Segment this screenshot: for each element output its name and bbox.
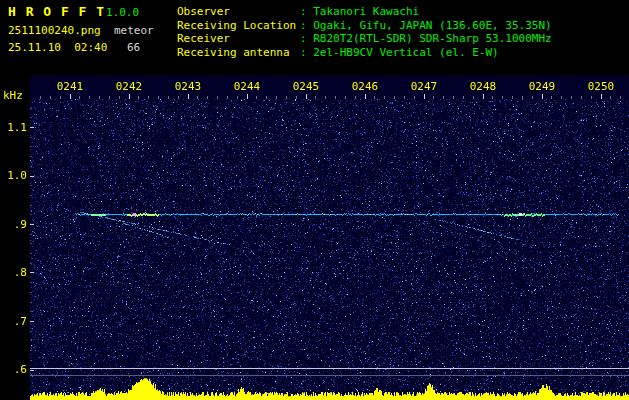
station-info: Observer: Takanori KawachiReceiving Loca…: [177, 5, 552, 59]
station-info-row: Observer: Takanori Kawachi: [177, 5, 552, 19]
freq-tick-label: 1.1: [1, 121, 27, 134]
time-tick-label: 0244: [233, 80, 261, 93]
freq-tick-label: .6: [1, 363, 27, 376]
time-tick-label: 0248: [469, 80, 497, 93]
info-value: : 2el-HB9CV Vertical (el. E-W): [300, 46, 499, 60]
freq-tick-label: .7: [1, 315, 27, 328]
time-tick-label: 0247: [410, 80, 438, 93]
info-label: Receiving antenna: [177, 46, 300, 60]
info-value: : R820T2(RTL-SDR) SDR-Sharp 53.1000MHz: [300, 32, 552, 46]
info-value: : Ogaki, Gifu, JAPAN (136.60E, 35.35N): [300, 19, 552, 33]
freq-tick-label: .9: [1, 218, 27, 231]
time-tick-label: 0245: [292, 80, 320, 93]
info-value: : Takanori Kawachi: [300, 5, 419, 19]
header: H R O F F T 1.0.0 2511100240.png meteor …: [0, 0, 629, 75]
app-title: H R O F F T: [8, 4, 105, 19]
time-tick-label: 0246: [351, 80, 379, 93]
info-label: Receiving Location: [177, 19, 300, 33]
station-info-row: Receiver: R820T2(RTL-SDR) SDR-Sharp 53.1…: [177, 32, 552, 46]
freq-tick-label: .8: [1, 266, 27, 279]
time-tick-label: 0250: [587, 80, 615, 93]
time-tick-label: 0241: [56, 80, 84, 93]
output-filename: 2511100240.png: [8, 24, 101, 37]
station-info-row: Receiving antenna: 2el-HB9CV Vertical (e…: [177, 46, 552, 60]
info-label: Observer: [177, 5, 300, 19]
time-tick-label: 0249: [528, 80, 556, 93]
mode-label: meteor: [114, 24, 154, 37]
info-label: Receiver: [177, 32, 300, 46]
time-tick-label: 0242: [115, 80, 143, 93]
spectrogram-panel: kHz 024102420243024402450246024702480249…: [0, 75, 629, 400]
freq-tick-label: 1.0: [1, 169, 27, 182]
time-tick-label: 0243: [174, 80, 202, 93]
app-version: 1.0.0: [106, 6, 139, 19]
freq-axis-unit: kHz: [3, 89, 23, 102]
datetime-label: 25.11.10 02:40: [8, 41, 107, 54]
station-info-row: Receiving Location: Ogaki, Gifu, JAPAN (…: [177, 19, 552, 33]
hrofft-window: H R O F F T 1.0.0 2511100240.png meteor …: [0, 0, 629, 400]
spectrogram-canvas: [0, 75, 629, 400]
echo-count: 66: [127, 41, 140, 54]
